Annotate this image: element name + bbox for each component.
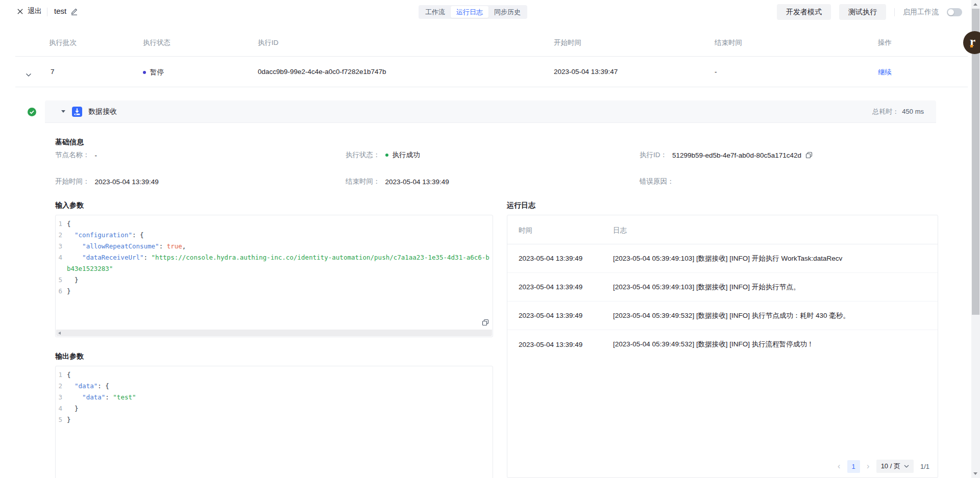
pagination: ‹ 1 › 10 / 页 1/1 — [836, 460, 929, 473]
col-header-batch: 执行批次 — [49, 38, 77, 47]
collapse-caret-icon[interactable] — [61, 110, 65, 113]
enable-workflow-toggle[interactable] — [947, 8, 962, 16]
col-header-action: 操作 — [878, 38, 892, 47]
log-row: 2023-05-04 13:39:49[2023-05-04 05:39:49:… — [507, 301, 938, 330]
log-row-message: [2023-05-04 05:39:49:532] [数据接收] [INFO] … — [613, 340, 938, 349]
field-label: 开始时间： — [55, 177, 90, 186]
node-panel-header[interactable]: 数据接收 总耗时： 450 ms — [45, 100, 936, 123]
col-header-status: 执行状态 — [143, 38, 170, 47]
field-label: 结束时间： — [346, 177, 380, 186]
prev-page-button[interactable]: ‹ — [836, 460, 843, 472]
copy-icon[interactable] — [482, 319, 489, 328]
run-log-header: 时间 日志 — [507, 215, 938, 244]
topbar-divider — [47, 8, 47, 16]
next-page-button[interactable]: › — [865, 460, 872, 472]
edit-pencil-icon[interactable] — [70, 8, 78, 17]
row-expand-chevron-icon[interactable] — [26, 70, 32, 79]
log-col-message: 日志 — [613, 226, 627, 235]
developer-mode-button[interactable]: 开发者模式 — [777, 4, 831, 20]
exit-label: 退出 — [28, 7, 42, 16]
vertical-scrollbar[interactable] — [971, 0, 980, 478]
scroll-up-arrow-icon[interactable] — [973, 3, 977, 6]
tab-run-log[interactable]: 运行日志 — [451, 6, 488, 18]
exit-button[interactable]: 退出 — [17, 7, 42, 16]
code-text: } — [67, 274, 489, 286]
table-header-divider — [15, 56, 968, 57]
row-exec-id: 0dacc9b9-99e2-4c4e-a0c0-f7282e1b747b — [258, 68, 386, 76]
code-line: 6} — [56, 286, 489, 297]
data-receive-node-icon — [72, 107, 82, 117]
field-label: 错误原因： — [640, 177, 674, 186]
run-log-table: 时间 日志 2023-05-04 13:39:49[2023-05-04 05:… — [507, 215, 938, 478]
floating-r-badge[interactable]: r — [963, 31, 980, 54]
code-text: } — [67, 286, 489, 297]
line-number: 5 — [56, 274, 67, 286]
row-end-time: - — [715, 68, 717, 76]
field-value: 2023-05-04 13:39:49 — [95, 178, 159, 186]
code-line: 5} — [56, 414, 489, 425]
code-line: 1{ — [56, 218, 489, 230]
field-value: 2023-05-04 13:39:49 — [385, 178, 449, 186]
log-row-time: 2023-05-04 13:39:49 — [519, 283, 613, 291]
field-exec-id: 执行ID： 51299b59-ed5b-4e7f-ab0d-80c5a171c4… — [640, 150, 813, 160]
input-params-heading: 输入参数 — [55, 201, 84, 210]
line-number: 6 — [56, 286, 67, 297]
log-row-message: [2023-05-04 05:39:49:532] [数据接收] [INFO] … — [613, 311, 938, 320]
line-number: 3 — [56, 241, 67, 252]
output-params-heading: 输出参数 — [55, 352, 84, 361]
test-run-button[interactable]: 测试执行 — [839, 4, 886, 20]
field-label: 执行ID： — [640, 150, 667, 160]
log-row: 2023-05-04 13:39:49[2023-05-04 05:39:49:… — [507, 273, 938, 301]
scrollbar-thumb[interactable] — [972, 9, 979, 315]
code-line: 2 "configuration": { — [56, 230, 489, 241]
line-number: 1 — [56, 218, 67, 230]
row-action-continue[interactable]: 继续 — [878, 68, 892, 77]
code-line: 3 "data": "test" — [56, 392, 489, 403]
field-value: - — [95, 152, 97, 159]
log-row-message: [2023-05-04 05:39:49:103] [数据接收] [INFO] … — [613, 283, 938, 292]
code-text: "data": { — [67, 381, 489, 392]
field-value: 执行成功 — [393, 150, 420, 160]
output-params-code-editor[interactable]: 1{2 "data": {3 "data": "test"4 }5} — [55, 366, 493, 478]
code-line: 5 } — [56, 274, 489, 286]
run-log-heading: 运行日志 — [507, 201, 535, 210]
field-end-time: 结束时间： 2023-05-04 13:39:49 — [346, 177, 449, 186]
field-start-time: 开始时间： 2023-05-04 13:39:49 — [55, 177, 159, 186]
log-row-message: [2023-05-04 05:39:49:103] [数据接收] [INFO] … — [613, 254, 938, 263]
scroll-down-arrow-icon[interactable] — [973, 472, 977, 475]
code-text: } — [67, 414, 489, 425]
tab-sync-history[interactable]: 同步历史 — [488, 6, 526, 18]
page-number-button[interactable]: 1 — [847, 460, 860, 473]
code-line: 3 "allowRepeatConsume": true, — [56, 241, 489, 252]
page-size-select[interactable]: 10 / 页 — [876, 460, 914, 473]
log-row: 2023-05-04 13:39:49[2023-05-04 05:39:49:… — [507, 330, 938, 359]
node-title: 数据接收 — [88, 107, 117, 116]
topbar: 退出 test 工作流 运行日志 同步历史 开发者模式 测试执行 启用工作流 — [0, 0, 980, 24]
log-row: 2023-05-04 13:39:49[2023-05-04 05:39:49:… — [507, 244, 938, 273]
row-start-time: 2023-05-04 13:39:47 — [554, 68, 618, 76]
field-exec-status: 执行状态： 执行成功 — [346, 150, 420, 160]
basic-info-heading: 基础信息 — [55, 138, 84, 147]
page-size-value: 10 / 页 — [881, 462, 900, 471]
field-label: 执行状态： — [346, 150, 380, 160]
copy-icon[interactable] — [805, 152, 813, 159]
line-number: 2 — [56, 230, 67, 241]
line-number: 3 — [56, 392, 67, 403]
code-text: "dataReceiveUrl": "https://console.hydra… — [67, 252, 489, 274]
line-number: 2 — [56, 381, 67, 392]
horizontal-scrollbar[interactable] — [56, 330, 492, 336]
code-line: 4 } — [56, 403, 489, 414]
line-number: 4 — [56, 252, 67, 274]
enable-workflow-label: 启用工作流 — [903, 8, 939, 17]
status-dot-success — [385, 154, 388, 157]
line-number: 1 — [56, 369, 67, 381]
input-params-code-editor[interactable]: 1{2 "configuration": {3 "allowRepeatCons… — [55, 215, 493, 337]
code-text: { — [67, 369, 489, 381]
log-row-time: 2023-05-04 13:39:49 — [519, 255, 613, 262]
field-node-name: 节点名称： - — [55, 150, 97, 160]
total-time-label: 总耗时： — [872, 107, 899, 116]
tab-workflow[interactable]: 工作流 — [420, 6, 451, 18]
scroll-left-arrow-icon[interactable] — [58, 332, 61, 335]
col-header-end-time: 结束时间 — [715, 38, 742, 47]
chevron-down-icon — [904, 465, 909, 468]
